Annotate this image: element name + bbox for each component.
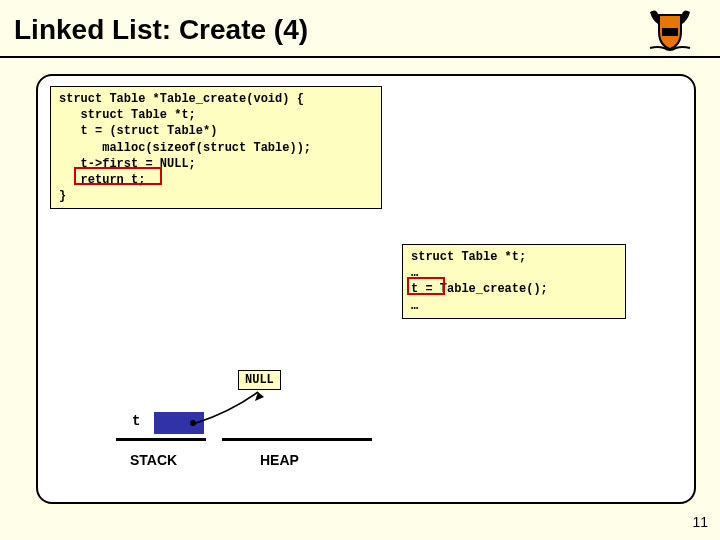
heap-null-node: NULL bbox=[238, 370, 281, 390]
heap-label: HEAP bbox=[260, 452, 299, 468]
stack-var-box bbox=[154, 412, 204, 434]
heap-underline bbox=[222, 438, 372, 441]
page-title: Linked List: Create (4) bbox=[0, 0, 720, 56]
stack-underline bbox=[116, 438, 206, 441]
svg-rect-0 bbox=[662, 28, 678, 36]
stack-label: STACK bbox=[130, 452, 177, 468]
code-block-usage: struct Table *t; … t = Table_create(); … bbox=[402, 244, 626, 319]
title-bar: Linked List: Create (4) bbox=[0, 0, 720, 58]
page-number: 11 bbox=[692, 514, 708, 530]
stack-var-label: t bbox=[132, 413, 140, 429]
princeton-shield-logo bbox=[644, 6, 696, 58]
code-block-definition: struct Table *Table_create(void) { struc… bbox=[50, 86, 382, 209]
